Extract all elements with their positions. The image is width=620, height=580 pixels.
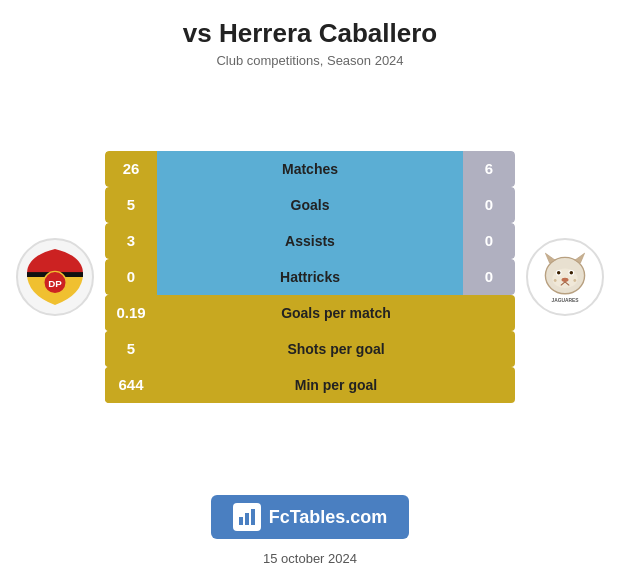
footer: 15 october 2024 xyxy=(263,551,357,580)
logo-circle-right: JAGUARES xyxy=(526,238,604,316)
stat-label: Assists xyxy=(157,223,463,259)
fctables-label: FcTables.com xyxy=(269,507,388,528)
svg-point-12 xyxy=(570,271,574,275)
svg-point-17 xyxy=(573,279,576,282)
stat-val-left: 5 xyxy=(105,187,157,223)
fctables-banner[interactable]: FcTables.com xyxy=(211,495,410,539)
svg-rect-21 xyxy=(251,509,255,525)
footer-date: 15 october 2024 xyxy=(263,551,357,566)
svg-point-11 xyxy=(557,271,561,275)
svg-text:DP: DP xyxy=(48,277,62,288)
stat-val-left: 0 xyxy=(105,259,157,295)
page-title: vs Herrera Caballero xyxy=(20,18,600,49)
stat-val-left: 26 xyxy=(105,151,157,187)
stat-row-single: 644 Min per goal xyxy=(105,367,515,403)
stat-val-right: 0 xyxy=(463,223,515,259)
jaguares-logo: JAGUARES xyxy=(530,242,600,312)
stat-label: Goals xyxy=(157,187,463,223)
stat-row: 0 Hattricks 0 xyxy=(105,259,515,295)
stat-label: Hattricks xyxy=(157,259,463,295)
stat-val-left: 644 xyxy=(105,367,157,403)
stat-label: Goals per match xyxy=(157,295,515,331)
stat-row: 26 Matches 6 xyxy=(105,151,515,187)
svg-point-16 xyxy=(554,279,557,282)
svg-text:JAGUARES: JAGUARES xyxy=(551,297,579,302)
stat-val-left: 5 xyxy=(105,331,157,367)
team-logo-left: DP xyxy=(10,238,100,316)
stat-val-right: 6 xyxy=(463,151,515,187)
team-logo-right: JAGUARES xyxy=(520,238,610,316)
page-container: vs Herrera Caballero Club competitions, … xyxy=(0,0,620,580)
svg-rect-19 xyxy=(239,517,243,525)
logo-circle-left: DP xyxy=(16,238,94,316)
stat-label: Shots per goal xyxy=(157,331,515,367)
stat-row-single: 0.19 Goals per match xyxy=(105,295,515,331)
stat-row-single: 5 Shots per goal xyxy=(105,331,515,367)
fctables-logo-icon xyxy=(237,507,257,527)
svg-point-13 xyxy=(562,277,569,281)
stat-label: Matches xyxy=(157,151,463,187)
svg-rect-20 xyxy=(245,513,249,525)
deportivo-pereira-logo: DP xyxy=(20,242,90,312)
header: vs Herrera Caballero Club competitions, … xyxy=(0,0,620,74)
stat-val-left: 0.19 xyxy=(105,295,157,331)
fctables-wrapper: FcTables.com xyxy=(211,483,410,539)
stat-label: Min per goal xyxy=(157,367,515,403)
fctables-icon xyxy=(233,503,261,531)
stats-panel: 26 Matches 6 5 Goals 0 3 Assists 0 0 Hat… xyxy=(100,151,520,403)
stat-row: 5 Goals 0 xyxy=(105,187,515,223)
stat-rows-container: 26 Matches 6 5 Goals 0 3 Assists 0 0 Hat… xyxy=(105,151,515,403)
stat-row: 3 Assists 0 xyxy=(105,223,515,259)
main-content: DP 26 Matches 6 5 Goals 0 3 Assists 0 0 … xyxy=(0,74,620,469)
page-subtitle: Club competitions, Season 2024 xyxy=(20,53,600,68)
stat-val-right: 0 xyxy=(463,187,515,223)
stat-val-left: 3 xyxy=(105,223,157,259)
stat-val-right: 0 xyxy=(463,259,515,295)
